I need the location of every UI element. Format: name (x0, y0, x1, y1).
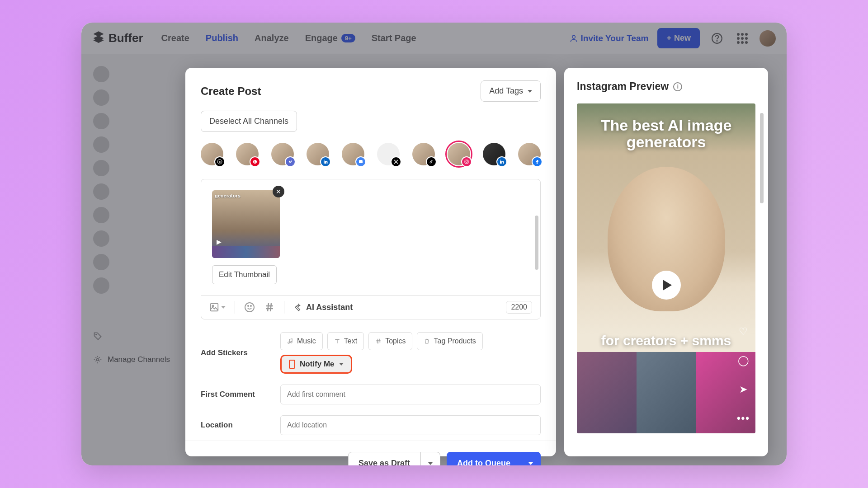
emoji-button[interactable] (244, 302, 255, 313)
edit-thumbnail-button[interactable]: Edit Thumbnail (212, 265, 277, 284)
character-count: 2200 (506, 301, 532, 314)
bluesky-icon (285, 156, 296, 167)
save-draft-dropdown[interactable] (420, 452, 440, 465)
channel-threads[interactable] (201, 143, 223, 165)
post-options: Add Stickers Music Text Topics Tag Produ… (185, 319, 556, 441)
compose-modal: Create Post Add Tags Deselect All Channe… (185, 68, 556, 456)
add-queue-group: Add to Queue (447, 452, 541, 465)
sticker-music-button[interactable]: Music (280, 332, 323, 350)
bag-icon (424, 338, 430, 344)
thumb-overlay-text: generators (215, 193, 277, 198)
svg-point-12 (500, 160, 501, 161)
scrollbar[interactable] (535, 216, 538, 270)
channel-linkedin-company[interactable] (483, 143, 505, 165)
app-window: Buffer Create Publish Analyze Engage9+ S… (81, 23, 787, 465)
google-business-icon (355, 156, 366, 167)
add-tags-button[interactable]: Add Tags (481, 80, 541, 102)
comment-icon[interactable]: ◯ (738, 355, 749, 366)
location-input[interactable] (280, 415, 541, 435)
compose-footer: Save as Draft Add to Queue (185, 441, 556, 465)
play-icon: ▶ (217, 238, 222, 245)
info-icon[interactable]: i (673, 82, 682, 91)
sticker-text-button[interactable]: Text (327, 332, 364, 350)
hashtag-button[interactable] (264, 302, 275, 313)
hashtag-icon (375, 338, 382, 344)
channel-bluesky[interactable] (271, 143, 294, 165)
deselect-channels-button[interactable]: Deselect All Channels (201, 111, 297, 132)
chevron-down-icon (428, 462, 433, 465)
media-area: generators ▶ ✕ Edit Thumbnail (201, 179, 540, 295)
channel-x[interactable] (377, 143, 400, 165)
composer-body: generators ▶ ✕ Edit Thumbnail A (201, 179, 541, 319)
instagram-icon (461, 156, 472, 167)
preview-media[interactable]: The best AI image generators for creator… (577, 103, 755, 433)
pinterest-icon (250, 156, 260, 167)
svg-rect-13 (211, 304, 218, 311)
channel-linkedin[interactable] (307, 143, 329, 165)
sparkle-icon (293, 303, 302, 312)
add-to-queue-button[interactable]: Add to Queue (447, 452, 521, 465)
linkedin-icon (320, 156, 331, 167)
compose-header: Create Post Add Tags (185, 68, 556, 102)
chevron-down-icon (528, 462, 533, 465)
channel-picker (185, 132, 556, 179)
tiktok-icon (426, 156, 437, 167)
music-icon (287, 338, 293, 344)
svg-point-7 (324, 160, 325, 161)
channel-tiktok[interactable] (412, 143, 435, 165)
phone-icon (289, 360, 295, 369)
svg-point-14 (212, 305, 214, 307)
channel-facebook[interactable] (518, 143, 541, 165)
emoji-icon (244, 302, 255, 313)
first-comment-input[interactable] (280, 385, 541, 404)
scrollbar[interactable] (760, 113, 764, 203)
svg-point-17 (250, 305, 251, 306)
more-icon[interactable]: ••• (737, 413, 750, 424)
sticker-topics-button[interactable]: Topics (368, 332, 412, 350)
video-thumbnail[interactable]: generators ▶ (212, 190, 280, 258)
x-icon (391, 156, 401, 167)
channel-pinterest[interactable] (236, 143, 259, 165)
svg-point-10 (467, 160, 468, 161)
first-comment-label: First Comment (201, 390, 273, 399)
compose-title: Create Post (201, 85, 261, 98)
hashtag-icon (264, 302, 275, 313)
add-media-button[interactable] (209, 302, 226, 312)
heart-icon[interactable]: ♡ (739, 326, 748, 338)
save-draft-button[interactable]: Save as Draft (348, 452, 420, 465)
text-icon (334, 338, 340, 344)
svg-point-16 (248, 305, 249, 306)
svg-point-9 (466, 161, 467, 163)
composer-toolbar: AI Assistant 2200 (201, 295, 540, 319)
preview-text-top: The best AI image generators (586, 117, 746, 151)
location-label: Location (201, 421, 273, 430)
threads-icon (214, 156, 225, 167)
reel-actions: ♡ ◯ ➤ ••• (737, 326, 750, 424)
sticker-tag-products-button[interactable]: Tag Products (417, 332, 482, 350)
linkedin-icon (496, 156, 507, 167)
chevron-down-icon (528, 90, 532, 93)
preview-text-bottom: for creators + smms (586, 333, 746, 348)
image-icon (209, 302, 219, 312)
notify-me-button[interactable]: Notify Me (280, 355, 352, 374)
svg-rect-6 (324, 161, 325, 164)
share-icon[interactable]: ➤ (739, 384, 747, 395)
chevron-down-icon (339, 363, 344, 366)
channel-instagram[interactable] (448, 143, 470, 165)
preview-panel: Instagram Preview i The best AI image ge… (564, 68, 768, 456)
svg-rect-11 (500, 161, 501, 164)
add-to-queue-dropdown[interactable] (521, 452, 541, 465)
channel-google-business[interactable] (342, 143, 364, 165)
ai-assistant-button[interactable]: AI Assistant (293, 303, 353, 312)
preview-title: Instagram Preview i (577, 80, 755, 93)
stickers-label: Add Stickers (201, 348, 273, 357)
modal-container: Create Post Add Tags Deselect All Channe… (81, 23, 787, 465)
save-draft-group: Save as Draft (348, 452, 440, 465)
remove-media-button[interactable]: ✕ (273, 186, 284, 197)
facebook-icon (532, 156, 542, 167)
play-button[interactable] (652, 271, 681, 300)
svg-point-15 (245, 303, 254, 312)
